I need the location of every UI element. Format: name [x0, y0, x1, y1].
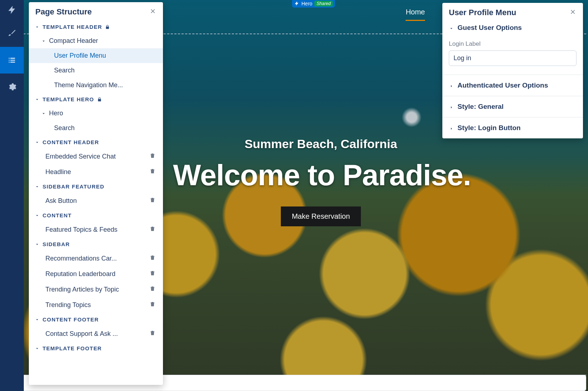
- chevron-down-icon: [35, 97, 40, 102]
- prop-section-label: Style: General: [457, 103, 504, 111]
- trash-icon: [149, 301, 156, 307]
- item-label: Ask Button: [45, 197, 77, 205]
- trash-icon: [149, 254, 156, 261]
- prop-section-guest-user[interactable]: Guest User Options: [442, 22, 583, 38]
- section-label: TEMPLATE FOOTER: [43, 345, 102, 351]
- delete-button[interactable]: [149, 168, 156, 176]
- login-label-input[interactable]: [449, 50, 576, 66]
- lock-icon: [97, 97, 102, 102]
- item-trending-articles[interactable]: Trending Articles by Topic: [29, 282, 163, 297]
- item-label: Trending Articles by Topic: [45, 286, 119, 293]
- item-user-profile-menu[interactable]: User Profile Menu: [29, 48, 163, 63]
- close-icon: [149, 8, 156, 15]
- item-contact-support[interactable]: Contact Support & Ask ...: [29, 326, 163, 342]
- section-sidebar[interactable]: SIDEBAR: [29, 237, 163, 251]
- list-icon: [7, 55, 17, 65]
- section-template-header[interactable]: TEMPLATE HEADER: [29, 20, 163, 34]
- rail-page-structure-button[interactable]: [0, 47, 24, 74]
- item-trending-topics[interactable]: Trending Topics: [29, 297, 163, 313]
- prop-section-label: Guest User Options: [457, 24, 522, 32]
- section-content-header[interactable]: CONTENT HEADER: [29, 135, 163, 149]
- close-property-panel-button[interactable]: [569, 8, 576, 17]
- chevron-down-icon: [449, 25, 454, 32]
- prop-section-style-general[interactable]: Style: General: [442, 96, 583, 117]
- chevron-right-icon: [448, 126, 455, 131]
- delete-button[interactable]: [149, 301, 156, 309]
- trash-icon: [149, 270, 156, 276]
- chevron-down-icon: [35, 213, 40, 218]
- delete-button[interactable]: [149, 254, 156, 263]
- chevron-down-icon: [35, 140, 40, 145]
- delete-button[interactable]: [149, 330, 156, 338]
- item-label: Search: [54, 67, 75, 74]
- chevron-right-icon: [448, 84, 455, 89]
- property-panel: User Profile Menu Guest User Options Log…: [442, 3, 583, 138]
- item-label: User Profile Menu: [54, 52, 106, 59]
- item-search-header[interactable]: Search: [29, 63, 163, 78]
- item-label: Trending Topics: [45, 301, 91, 309]
- rail-lightning-button[interactable]: [0, 0, 24, 20]
- item-recommendations[interactable]: Recommendations Car...: [29, 251, 163, 266]
- delete-button[interactable]: [149, 197, 156, 205]
- section-label: CONTENT FOOTER: [43, 316, 99, 323]
- property-panel-title: User Profile Menu: [449, 8, 516, 17]
- chevron-down-icon: [41, 111, 46, 116]
- nav-item-home[interactable]: Home: [406, 8, 425, 21]
- section-content-footer[interactable]: CONTENT FOOTER: [29, 313, 163, 326]
- section-template-hero[interactable]: TEMPLATE HERO: [29, 93, 163, 106]
- close-icon: [569, 8, 576, 15]
- item-compact-header[interactable]: Compact Header: [29, 34, 163, 48]
- chevron-down-icon: [41, 39, 46, 44]
- make-reservation-button[interactable]: Make Reservation: [281, 206, 361, 226]
- chevron-right-icon: [448, 105, 455, 110]
- section-template-footer[interactable]: TEMPLATE FOOTER: [29, 342, 163, 355]
- login-label-caption: Login Label: [449, 40, 576, 48]
- item-theme-navigation-menu[interactable]: Theme Navigation Me...: [29, 78, 163, 93]
- delete-button[interactable]: [149, 152, 156, 161]
- lightning-icon: [7, 5, 17, 15]
- component-badge-label: Hero: [301, 1, 312, 6]
- delete-button[interactable]: [149, 285, 156, 294]
- lightning-icon: [294, 1, 299, 6]
- rail-theme-button[interactable]: [0, 20, 24, 47]
- section-content[interactable]: CONTENT: [29, 209, 163, 222]
- item-embedded-service-chat[interactable]: Embedded Service Chat: [29, 149, 163, 164]
- prop-section-authenticated[interactable]: Authenticated User Options: [442, 75, 583, 96]
- trash-icon: [149, 226, 156, 232]
- delete-button[interactable]: [149, 270, 156, 278]
- prop-body-guest: Login Label: [442, 38, 583, 75]
- item-reputation-leaderboard[interactable]: Reputation Leaderboard: [29, 266, 163, 282]
- shared-tag: Shared: [314, 1, 333, 6]
- item-label: Theme Navigation Me...: [54, 81, 123, 89]
- rail-settings-button[interactable]: [0, 74, 24, 100]
- trash-icon: [149, 168, 156, 174]
- gear-icon: [7, 82, 17, 92]
- item-featured-topics-feeds[interactable]: Featured Topics & Feeds: [29, 222, 163, 237]
- item-ask-button[interactable]: Ask Button: [29, 193, 163, 209]
- section-sidebar-featured[interactable]: SIDEBAR FEATURED: [29, 180, 163, 193]
- section-label: CONTENT: [43, 212, 72, 218]
- item-label: Recommendations Car...: [45, 255, 117, 262]
- page-structure-tree: TEMPLATE HEADER Compact Header User Prof…: [29, 20, 163, 385]
- item-headline[interactable]: Headline: [29, 164, 163, 180]
- delete-button[interactable]: [149, 226, 156, 234]
- chevron-down-icon: [35, 242, 40, 247]
- close-page-structure-button[interactable]: [149, 8, 156, 16]
- lock-icon: [105, 25, 110, 30]
- page-structure-panel: Page Structure TEMPLATE HEADER Compact H…: [29, 2, 163, 385]
- item-search-hero[interactable]: Search: [29, 121, 163, 135]
- item-label: Contact Support & Ask ...: [45, 330, 118, 338]
- item-hero[interactable]: Hero: [29, 106, 163, 121]
- chevron-down-icon: [35, 317, 40, 322]
- chevron-down-icon: [35, 25, 40, 30]
- prop-section-style-login-button[interactable]: Style: Login Button: [442, 117, 583, 138]
- left-toolbar: [0, 0, 24, 391]
- brush-icon: [7, 29, 17, 38]
- item-label: Embedded Service Chat: [45, 153, 116, 160]
- hero-title: Welcome to Paradise.: [173, 158, 469, 192]
- item-label: Compact Header: [49, 37, 98, 45]
- hero-content: Summer Beach, California Welcome to Para…: [173, 137, 469, 226]
- trash-icon: [149, 152, 156, 159]
- component-badge-hero[interactable]: Hero Shared: [292, 0, 335, 8]
- item-label: Headline: [45, 168, 71, 176]
